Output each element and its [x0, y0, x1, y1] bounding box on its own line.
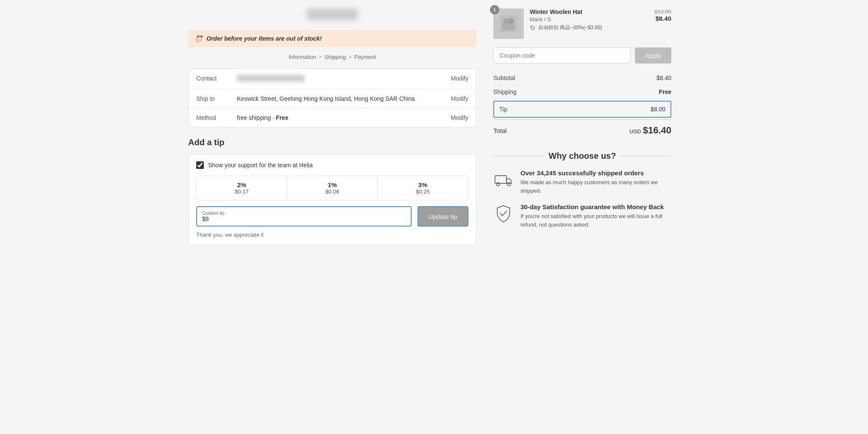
subtotal-label: Subtotal — [493, 75, 515, 81]
why-divider-right — [621, 156, 671, 156]
coupon-input[interactable] — [493, 47, 631, 64]
shield-icon — [493, 203, 514, 224]
info-card: Contact Modify Ship to Keswick Street, G… — [188, 69, 476, 127]
item-discount: 自动折扣 商品–30%(–$3.60) — [530, 24, 648, 31]
total-label: Total — [493, 127, 507, 134]
coupon-row: Apply — [493, 47, 671, 64]
contact-modify[interactable]: Modify — [451, 75, 468, 82]
svg-rect-3 — [502, 24, 515, 30]
discount-text: 自动折扣 商品–30%(–$3.60) — [538, 24, 602, 31]
why-shipping-desc: We made as much happy customers as many … — [520, 178, 671, 195]
breadcrumb-shipping: Shipping — [325, 54, 346, 60]
alert-message: Order before your items are out of stock… — [206, 35, 322, 42]
tip-3pct-amt: $0.25 — [381, 188, 465, 195]
custom-tip-input-wrap[interactable]: Custom tip — [196, 206, 412, 227]
item-variant: black / S — [530, 16, 648, 22]
item-thumbnail-svg — [500, 15, 517, 32]
contact-value-blurred — [237, 75, 305, 82]
add-tip-title: Add a tip — [188, 138, 476, 147]
why-title-row: Why choose us? — [493, 151, 671, 161]
tip-summary-value: $8.00 — [651, 106, 665, 113]
total-value: USD$16.40 — [629, 125, 671, 136]
breadcrumb-information: Information — [289, 54, 316, 60]
why-guarantee-text: 30-day Satisfaction guarantee with Money… — [520, 203, 671, 229]
svg-rect-5 — [495, 176, 507, 183]
tip-option-3pct[interactable]: 3% $0.25 — [378, 176, 468, 200]
shipto-value: Keswick Street, Geelong Hong Kong Island… — [237, 95, 444, 102]
tip-thank-you: Thank you, we appreciate it — [196, 232, 468, 238]
why-shipping-text: Over 34,245 successfully shipped orders … — [520, 169, 671, 195]
shipto-modify[interactable]: Modify — [451, 95, 468, 102]
tip-checkbox[interactable] — [196, 161, 204, 169]
item-name: Winter Woolen Hat — [530, 8, 648, 15]
tip-checkbox-label[interactable]: Show your support for the team at Helia — [208, 162, 313, 169]
why-title: Why choose us? — [549, 151, 616, 161]
tip-option-1pct[interactable]: 1% $0.08 — [287, 176, 378, 200]
why-guarantee-heading: 30-day Satisfaction guarantee with Money… — [520, 203, 671, 210]
contact-label: Contact — [196, 75, 230, 82]
alert-banner: ⏰ Order before your items are out of sto… — [188, 30, 476, 47]
contact-value — [237, 75, 444, 83]
item-image-wrap: 1 — [493, 8, 524, 39]
tip-3pct-label: 3% — [381, 181, 465, 188]
tip-1pct-amt: $0.08 — [291, 188, 374, 195]
summary-rows: Subtotal $8.40 Shipping Free Tip $8.00 T… — [493, 71, 671, 141]
why-divider-left — [493, 156, 544, 156]
svg-point-2 — [508, 18, 514, 24]
shipto-row: Ship to Keswick Street, Geelong Hong Kon… — [189, 89, 476, 108]
svg-point-4 — [531, 26, 532, 27]
sale-price: $8.40 — [654, 15, 671, 22]
tag-icon — [530, 25, 536, 31]
tip-summary-row: Tip $8.00 — [493, 101, 671, 118]
tip-checkbox-row: Show your support for the team at Helia — [196, 161, 468, 169]
item-badge: 1 — [490, 5, 499, 14]
contact-row: Contact Modify — [189, 69, 476, 89]
tip-2pct-label: 2% — [200, 181, 284, 188]
breadcrumb: Information > Shipping > Payment — [188, 54, 476, 60]
shipto-label: Ship to — [196, 95, 230, 102]
why-guarantee-desc: If you're not satisfied with your produc… — [520, 212, 671, 229]
method-value: free shipping · Free — [237, 114, 444, 121]
custom-tip-label: Custom tip — [202, 210, 406, 216]
why-item-shipping: Over 34,245 successfully shipped orders … — [493, 169, 671, 195]
shipping-value: Free — [659, 88, 671, 95]
method-label: Method — [196, 114, 230, 121]
store-logo — [188, 8, 476, 22]
svg-point-1 — [503, 18, 509, 24]
item-details: Winter Woolen Hat black / S 自动折扣 商品–30%(… — [530, 8, 648, 31]
tip-options: 2% $0.17 1% $0.08 3% $0.25 — [196, 176, 468, 200]
why-shipping-heading: Over 34,245 successfully shipped orders — [520, 169, 671, 177]
tip-2pct-amt: $0.17 — [200, 188, 284, 195]
total-row: Total USD$16.40 — [493, 119, 671, 141]
tip-custom-row: Custom tip Update tip — [196, 206, 468, 227]
custom-tip-input[interactable] — [202, 216, 406, 222]
order-item: 1 Winter Woolen Hat black / S — [493, 8, 671, 39]
truck-icon — [493, 169, 514, 190]
breadcrumb-sep-2: > — [348, 54, 352, 60]
item-prices: $12.00 $8.40 — [654, 8, 671, 22]
original-price: $12.00 — [654, 8, 671, 15]
shipping-row: Shipping Free — [493, 85, 671, 99]
subtotal-row: Subtotal $8.40 — [493, 71, 671, 85]
apply-button[interactable]: Apply — [635, 47, 671, 64]
breadcrumb-sep-1: > — [319, 54, 322, 60]
tip-card: Show your support for the team at Helia … — [188, 154, 476, 245]
right-column: 1 Winter Woolen Hat black / S — [493, 8, 671, 245]
update-tip-button[interactable]: Update tip — [417, 206, 468, 227]
logo-image — [307, 8, 358, 20]
item-image — [493, 8, 524, 39]
total-amount: $16.40 — [643, 125, 671, 135]
shipping-label: Shipping — [493, 88, 517, 95]
total-currency: USD — [629, 128, 641, 135]
tip-option-2pct[interactable]: 2% $0.17 — [197, 176, 287, 200]
method-modify[interactable]: Modify — [451, 114, 468, 121]
tip-summary-label: Tip — [499, 106, 507, 113]
subtotal-value: $8.40 — [657, 75, 671, 81]
tip-1pct-label: 1% — [291, 181, 374, 188]
alert-icon: ⏰ — [195, 35, 202, 42]
why-section: Why choose us? Over 34,245 successfully … — [493, 151, 671, 229]
left-column: ⏰ Order before your items are out of sto… — [188, 8, 476, 245]
breadcrumb-payment: Payment — [354, 54, 376, 60]
why-item-guarantee: 30-day Satisfaction guarantee with Money… — [493, 203, 671, 229]
method-row: Method free shipping · Free Modify — [189, 108, 476, 127]
